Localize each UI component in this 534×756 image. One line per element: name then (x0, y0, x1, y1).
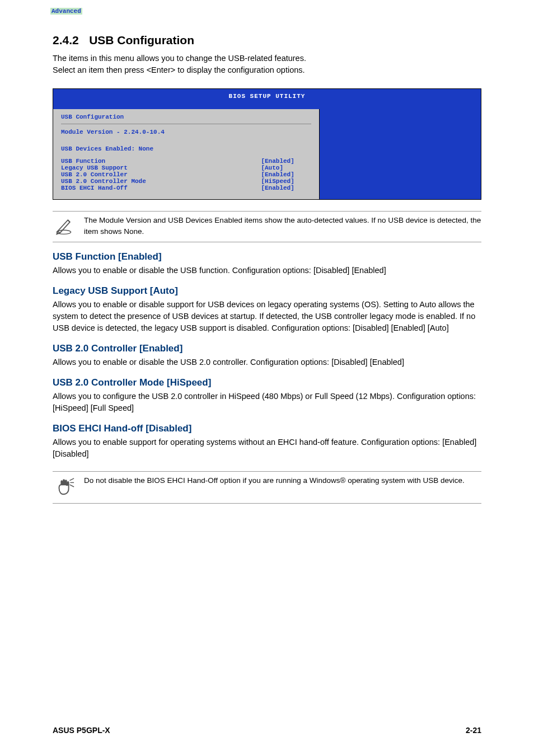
bios-row-label: USB 2.0 Controller (61, 171, 261, 178)
bios-row-value: [HiSpeed] (261, 178, 311, 185)
bios-row-label: USB 2.0 Controller Mode (61, 178, 261, 185)
bios-left-panel: USB Configuration Module Version - 2.24.… (53, 109, 320, 199)
setting-heading-usb-function: USB Function [Enabled] (53, 251, 481, 262)
bios-header-title: BIOS SETUP UTILITY (229, 93, 306, 100)
intro-line-1: The items in this menu allows you to cha… (53, 53, 481, 64)
svg-line-1 (70, 478, 74, 481)
setting-heading-usb20-controller: USB 2.0 Controller [Enabled] (53, 343, 481, 354)
setting-text-usb20-mode: Allows you to configure the USB 2.0 cont… (53, 391, 481, 414)
setting-text-legacy-usb: Allows you to enable or disable support … (53, 299, 481, 334)
pencil-note-icon (53, 215, 79, 238)
note-ehci-warning: Do not disable the BIOS EHCI Hand-Off op… (53, 471, 481, 504)
bios-row-label: Legacy USB Support (61, 165, 261, 171)
bios-setup-panel: BIOS SETUP UTILITY Advanced USB Configur… (53, 88, 481, 200)
bios-header: BIOS SETUP UTILITY (53, 89, 481, 101)
footer-product: ASUS P5GPL-X (53, 726, 110, 735)
bios-row-value: [Enabled] (261, 158, 311, 165)
bios-row-usb20-controller: USB 2.0 Controller [Enabled] (61, 171, 311, 178)
note-text: The Module Version and USB Devices Enabl… (79, 215, 481, 237)
page-footer: ASUS P5GPL-X 2-21 (53, 726, 481, 735)
setting-heading-legacy-usb: Legacy USB Support [Auto] (53, 285, 481, 297)
svg-line-3 (70, 485, 74, 487)
setting-heading-usb20-mode: USB 2.0 Controller Mode [HiSpeed] (53, 377, 481, 388)
bios-row-value: [Auto] (261, 165, 311, 171)
note-text: Do not disable the BIOS EHCI Hand-Off op… (79, 475, 465, 486)
bios-row-value: [Enabled] (261, 185, 311, 191)
section-title: USB Configuration (89, 34, 194, 47)
setting-text-usb-function: Allows you to enable or disable the USB … (53, 265, 481, 276)
bios-devices-enabled: USB Devices Enabled: None (61, 145, 311, 152)
setting-text-usb20-controller: Allows you to enable or disable the USB … (53, 356, 481, 368)
bios-panel-title: USB Configuration (61, 114, 311, 124)
bios-row-legacy-usb: Legacy USB Support [Auto] (61, 165, 311, 171)
bios-row-ehci-handoff: BIOS EHCI Hand-Off [Enabled] (61, 185, 311, 191)
intro-line-2: Select an item then press <Enter> to dis… (53, 64, 481, 76)
bios-row-label: BIOS EHCI Hand-Off (61, 185, 261, 191)
note-module-version: The Module Version and USB Devices Enabl… (53, 211, 481, 242)
bios-row-usb-function: USB Function [Enabled] (61, 158, 311, 165)
footer-page-number: 2-21 (466, 726, 481, 735)
bios-tab-bar: Advanced (53, 101, 481, 109)
bios-row-label: USB Function (61, 158, 261, 165)
setting-heading-ehci-handoff: BIOS EHCI Hand-off [Disabled] (53, 423, 481, 434)
section-number: 2.4.2 (53, 34, 79, 47)
setting-text-ehci-handoff: Allows you to enable support for operati… (53, 436, 481, 460)
bios-row-value: [Enabled] (261, 171, 311, 178)
bios-row-usb20-mode: USB 2.0 Controller Mode [HiSpeed] (61, 178, 311, 185)
section-header: 2.4.2 USB Configuration (53, 34, 481, 47)
bios-right-panel (320, 109, 481, 199)
bios-module-version: Module Version - 2.24.0-10.4 (61, 129, 311, 135)
hand-warning-icon (53, 475, 79, 500)
bios-tab-advanced: Advanced (50, 8, 82, 15)
